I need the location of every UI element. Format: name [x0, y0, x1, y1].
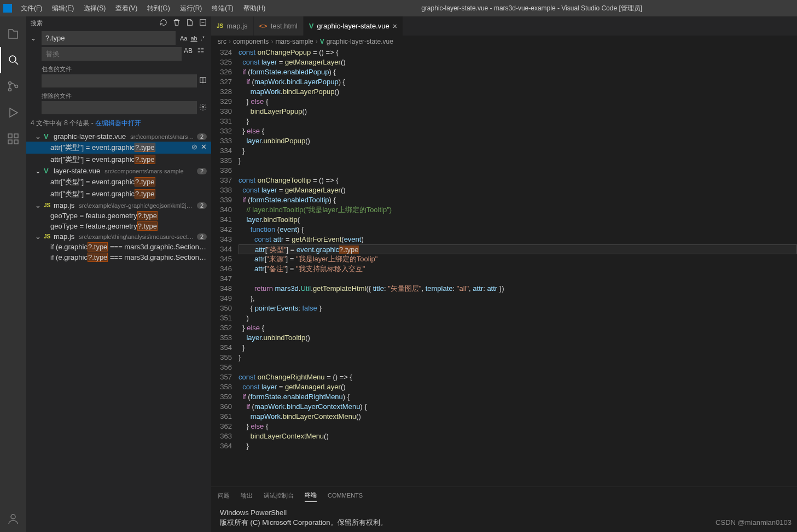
chevron-down-icon[interactable]: ⌄: [35, 201, 42, 209]
explorer-icon[interactable]: [0, 21, 26, 47]
breadcrumb-item[interactable]: graphic-layer-state.vue: [327, 38, 393, 45]
case-sensitive-icon[interactable]: Aa: [180, 35, 187, 42]
editor-area: JSmap.js<>test.htmlVgraphic-layer-state.…: [211, 16, 797, 532]
book-icon[interactable]: [199, 77, 207, 86]
svg-point-8: [11, 515, 15, 519]
result-match[interactable]: geoType = featue.geometry?.type: [26, 221, 211, 231]
vue-icon: V: [44, 133, 51, 141]
js-icon: JS: [44, 202, 51, 209]
result-match[interactable]: attr["类型"] = event.graphic?.type: [26, 176, 211, 188]
result-file[interactable]: ⌄Vgraphic-layer-state.vuesrc\components\…: [26, 131, 211, 142]
svg-point-0: [9, 56, 16, 62]
breadcrumb-item[interactable]: src: [218, 38, 226, 45]
breadcrumb[interactable]: src› components› mars-sample› V graphic-…: [211, 36, 797, 48]
file-path: src\example\thing\analysis\measure-secti…: [79, 233, 195, 240]
search-input[interactable]: [42, 31, 176, 45]
file-path: src\components\mars-sample: [104, 168, 195, 174]
exclude-input[interactable]: [42, 101, 197, 114]
menu-help[interactable]: 帮助(H): [239, 2, 270, 15]
accounts-icon[interactable]: [0, 506, 26, 532]
new-file-icon[interactable]: [186, 19, 194, 28]
results-summary: 4 文件中有 8 个结果 - 在编辑器中打开: [26, 115, 211, 131]
search-title: 搜索: [31, 19, 155, 27]
svg-point-9: [202, 106, 204, 108]
menu-selection[interactable]: 选择(S): [79, 2, 110, 15]
menu-view[interactable]: 查看(V): [111, 2, 142, 15]
tab-output[interactable]: 输出: [241, 489, 253, 502]
chevron-down-icon[interactable]: ⌄: [31, 34, 39, 42]
exclude-label: 排除的文件: [42, 92, 207, 100]
tab-debug-console[interactable]: 调试控制台: [264, 489, 294, 502]
terminal-content[interactable]: Windows PowerShell 版权所有 (C) Microsoft Co…: [211, 504, 797, 532]
file-name: map.js: [54, 201, 74, 209]
collapse-icon[interactable]: [199, 19, 207, 28]
result-match[interactable]: if (e.graphic?.type === mars3d.graphic.S…: [26, 242, 211, 252]
vue-icon: V: [309, 22, 314, 30]
search-icon[interactable]: [0, 47, 26, 73]
dismiss-icon[interactable]: ⊘: [191, 143, 197, 151]
tab-label: graphic-layer-state.vue: [317, 22, 389, 30]
breadcrumb-item[interactable]: components: [233, 38, 269, 45]
result-file[interactable]: ⌄Vlayer-state.vuesrc\components\mars-sam…: [26, 166, 211, 176]
code-editor[interactable]: 3243253263273283293303313323333343353363…: [211, 48, 797, 487]
tab-problems[interactable]: 问题: [218, 489, 230, 502]
replace-all-icon[interactable]: [195, 47, 207, 61]
file-path: src\example\layer-graphic\geojson\kml2js…: [79, 202, 195, 209]
editor-tab[interactable]: Vgraphic-layer-state.vue×: [304, 16, 403, 36]
gear-icon[interactable]: [199, 103, 207, 113]
match-count-badge: 2: [197, 202, 207, 209]
result-match[interactable]: attr["类型"] = event.graphic?.type⊘✕: [26, 142, 211, 154]
file-path: src\components\mars-sam...: [130, 133, 195, 140]
match-count-badge: 2: [197, 233, 207, 240]
file-name: layer-state.vue: [54, 167, 100, 175]
editor-tabs: JSmap.js<>test.htmlVgraphic-layer-state.…: [211, 16, 797, 36]
chevron-down-icon[interactable]: ⌄: [35, 232, 42, 241]
search-sidebar: 搜索 ⌄ Aa ab .* AB 包含的文件: [26, 16, 211, 532]
regex-icon[interactable]: .*: [201, 35, 205, 42]
preserve-case-icon[interactable]: AB: [184, 47, 193, 55]
bottom-panel: 问题 输出 调试控制台 终端 COMMENTS Windows PowerShe…: [211, 487, 797, 532]
editor-tab[interactable]: JSmap.js: [211, 16, 254, 36]
clear-icon[interactable]: [173, 19, 181, 28]
refresh-icon[interactable]: [160, 19, 167, 28]
chevron-down-icon[interactable]: ⌄: [35, 167, 42, 175]
chevron-down-icon[interactable]: ⌄: [35, 132, 42, 141]
menu-terminal[interactable]: 终端(T): [207, 2, 237, 15]
js-icon: JS: [44, 233, 51, 241]
svg-point-2: [9, 89, 11, 91]
include-label: 包含的文件: [42, 65, 207, 73]
activity-bar: [0, 16, 26, 532]
menu-file[interactable]: 文件(F): [16, 2, 46, 15]
vue-icon: V: [44, 167, 51, 175]
svg-rect-6: [14, 140, 18, 144]
breadcrumb-item[interactable]: mars-sample: [275, 38, 313, 45]
tab-comments[interactable]: COMMENTS: [328, 490, 363, 501]
editor-tab[interactable]: <>test.html: [254, 16, 304, 36]
result-match[interactable]: attr["类型"] = event.graphic?.type: [26, 188, 211, 200]
replace-input[interactable]: [42, 47, 182, 61]
whole-word-icon[interactable]: ab: [190, 35, 197, 42]
include-input[interactable]: [42, 74, 197, 87]
result-match[interactable]: if (e.graphic?.type === mars3d.graphic.S…: [26, 252, 211, 262]
menu-edit[interactable]: 编辑(E): [48, 2, 78, 15]
source-control-icon[interactable]: [0, 73, 26, 100]
extensions-icon[interactable]: [0, 126, 26, 152]
result-match[interactable]: geoType = featue.geometry?.type: [26, 211, 211, 221]
menu-run[interactable]: 运行(R): [176, 2, 207, 15]
svg-rect-4: [8, 134, 12, 138]
tab-label: test.html: [271, 22, 298, 30]
menu-go[interactable]: 转到(G): [143, 2, 174, 15]
vue-icon: V: [320, 38, 324, 45]
result-file[interactable]: ⌄JSmap.jssrc\example\layer-graphic\geojs…: [26, 200, 211, 211]
close-icon[interactable]: ✕: [201, 143, 207, 151]
run-debug-icon[interactable]: [0, 100, 26, 126]
open-in-editor-link[interactable]: 在编辑器中打开: [95, 119, 141, 127]
match-count-badge: 2: [197, 168, 207, 174]
tab-terminal[interactable]: 终端: [305, 489, 317, 502]
close-icon[interactable]: ×: [393, 22, 397, 31]
match-count-badge: 2: [197, 133, 207, 140]
svg-point-3: [15, 85, 18, 88]
result-match[interactable]: attr["类型"] = event.graphic?.type: [26, 154, 211, 166]
result-file[interactable]: ⌄JSmap.jssrc\example\thing\analysis\meas…: [26, 231, 211, 242]
window-title: graphic-layer-state.vue - mars3d-vue-exa…: [270, 4, 794, 13]
